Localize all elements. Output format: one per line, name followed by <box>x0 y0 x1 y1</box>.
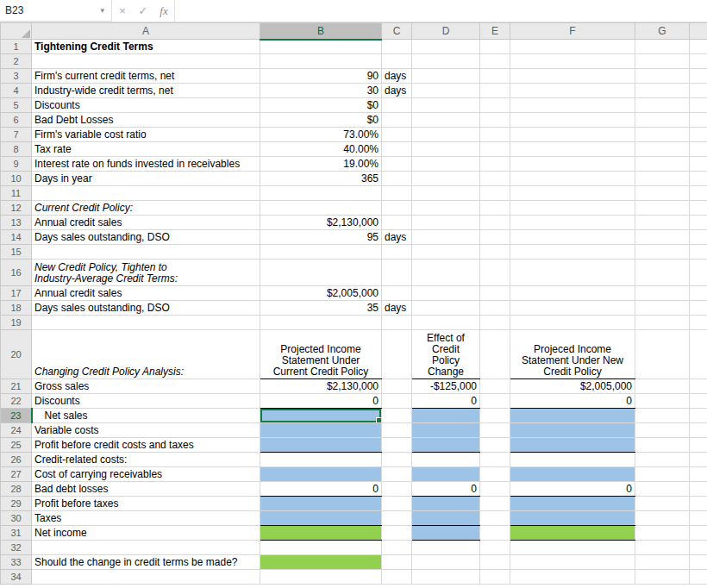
cell-H7[interactable] <box>690 128 707 142</box>
cell-F22[interactable]: 0 <box>510 394 635 409</box>
cell-B21[interactable]: $2,130,000 <box>260 379 382 394</box>
row-header-1[interactable]: 1 <box>1 40 32 54</box>
cell-H3[interactable] <box>690 69 707 84</box>
cell-G29[interactable] <box>635 497 690 511</box>
cell-B14[interactable]: 95 <box>260 230 382 245</box>
fx-icon[interactable]: fx <box>153 0 174 22</box>
cell-H24[interactable] <box>690 423 707 438</box>
cell-B30[interactable] <box>260 511 382 526</box>
cell-H6[interactable] <box>690 113 707 128</box>
cell-H27[interactable] <box>690 467 707 482</box>
cell-D16[interactable] <box>412 260 480 286</box>
row-header-14[interactable]: 14 <box>1 230 32 245</box>
cell-A26[interactable]: Credit-related costs: <box>32 453 260 467</box>
cell-E14[interactable] <box>480 230 510 245</box>
cell-E13[interactable] <box>480 216 510 230</box>
cell-A6[interactable]: Bad Debt Losses <box>32 113 260 128</box>
cell-C25[interactable] <box>382 438 412 453</box>
cell-F28[interactable]: 0 <box>510 482 635 497</box>
cell-G15[interactable] <box>635 245 690 260</box>
cell-D22[interactable]: 0 <box>412 394 480 409</box>
cell-G4[interactable] <box>635 84 690 98</box>
cell-H14[interactable] <box>690 230 707 245</box>
cell-A29[interactable]: Profit before taxes <box>32 497 260 511</box>
cell-B18[interactable]: 35 <box>260 301 382 316</box>
cell-G34[interactable] <box>635 570 690 585</box>
cell-E28[interactable] <box>480 482 510 497</box>
cell-A13[interactable]: Annual credit sales <box>32 216 260 230</box>
cell-A16[interactable]: New Credit Policy, Tighten to Industry-A… <box>32 260 260 286</box>
cell-F5[interactable] <box>510 98 635 113</box>
row-header-25[interactable]: 25 <box>1 438 32 453</box>
cell-H8[interactable] <box>690 142 707 157</box>
cell-A15[interactable] <box>32 245 260 260</box>
cell-G1[interactable] <box>635 40 690 54</box>
cell-F10[interactable] <box>510 172 635 186</box>
cell-E12[interactable] <box>480 201 510 216</box>
cell-C34[interactable] <box>382 570 412 585</box>
cell-G26[interactable] <box>635 453 690 467</box>
cell-D17[interactable] <box>412 286 480 301</box>
cell-A18[interactable]: Days sales outstanding, DSO <box>32 301 260 316</box>
cell-C17[interactable] <box>382 286 412 301</box>
cell-G27[interactable] <box>635 467 690 482</box>
cell-H16[interactable] <box>690 260 707 286</box>
cell-E3[interactable] <box>480 69 510 84</box>
cell-A32[interactable] <box>32 541 260 555</box>
cell-G30[interactable] <box>635 511 690 526</box>
cell-C32[interactable] <box>382 541 412 555</box>
cell-F19[interactable] <box>510 316 635 330</box>
cell-H4[interactable] <box>690 84 707 98</box>
cell-D23[interactable] <box>412 409 480 423</box>
cell-E15[interactable] <box>480 245 510 260</box>
cell-F14[interactable] <box>510 230 635 245</box>
cell-E22[interactable] <box>480 394 510 409</box>
cell-A5[interactable]: Discounts <box>32 98 260 113</box>
cell-F11[interactable] <box>510 186 635 201</box>
cell-B20[interactable]: Projected Income Statement Under Current… <box>260 330 382 379</box>
column-header-e[interactable]: E <box>480 23 510 40</box>
cell-C14[interactable]: days <box>382 230 412 245</box>
cell-F34[interactable] <box>510 570 635 585</box>
cell-F29[interactable] <box>510 497 635 511</box>
cell-E9[interactable] <box>480 157 510 172</box>
cell-C19[interactable] <box>382 316 412 330</box>
cell-A4[interactable]: Industry-wide credit terms, net <box>32 84 260 98</box>
cell-G17[interactable] <box>635 286 690 301</box>
cell-D8[interactable] <box>412 142 480 157</box>
cell-E32[interactable] <box>480 541 510 555</box>
cell-B2[interactable] <box>260 54 382 69</box>
formula-bar-input[interactable] <box>174 0 707 22</box>
cell-A25[interactable]: Profit before credit costs and taxes <box>32 438 260 453</box>
cell-A31[interactable]: Net income <box>32 526 260 541</box>
cell-C18[interactable]: days <box>382 301 412 316</box>
cell-H9[interactable] <box>690 157 707 172</box>
row-header-24[interactable]: 24 <box>1 423 32 438</box>
cell-A8[interactable]: Tax rate <box>32 142 260 157</box>
cell-F27[interactable] <box>510 467 635 482</box>
cell-G25[interactable] <box>635 438 690 453</box>
cell-G5[interactable] <box>635 98 690 113</box>
cell-E20[interactable] <box>480 330 510 379</box>
cell-D19[interactable] <box>412 316 480 330</box>
cell-F23[interactable] <box>510 409 635 423</box>
cell-B8[interactable]: 40.00% <box>260 142 382 157</box>
cell-D26[interactable] <box>412 453 480 467</box>
cell-D7[interactable] <box>412 128 480 142</box>
cell-H5[interactable] <box>690 98 707 113</box>
cell-A7[interactable]: Firm's variable cost ratio <box>32 128 260 142</box>
cell-A12[interactable]: Current Credit Policy: <box>32 201 260 216</box>
cell-C4[interactable]: days <box>382 84 412 98</box>
cell-G8[interactable] <box>635 142 690 157</box>
cell-B3[interactable]: 90 <box>260 69 382 84</box>
cell-G24[interactable] <box>635 423 690 438</box>
cell-H15[interactable] <box>690 245 707 260</box>
column-header-h[interactable] <box>690 23 707 40</box>
cell-G20[interactable] <box>635 330 690 379</box>
cell-B26[interactable] <box>260 453 382 467</box>
cell-H11[interactable] <box>690 186 707 201</box>
cell-C10[interactable] <box>382 172 412 186</box>
cell-D6[interactable] <box>412 113 480 128</box>
column-header-d[interactable]: D <box>412 23 480 40</box>
cell-E18[interactable] <box>480 301 510 316</box>
